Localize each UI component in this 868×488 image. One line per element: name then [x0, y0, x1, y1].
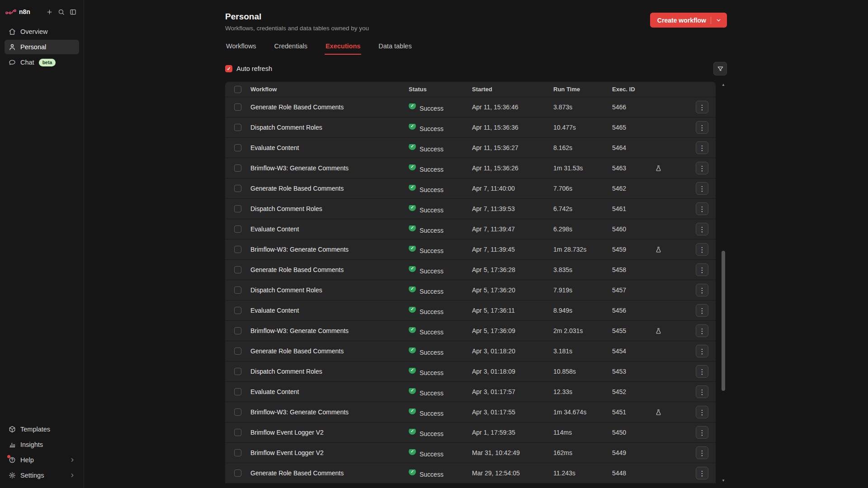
row-checkbox[interactable] [234, 185, 241, 192]
row-menu-button[interactable]: ⋮ [696, 243, 708, 256]
scroll-up-arrow[interactable]: ▲ [721, 83, 726, 87]
main-area: Personal Workflows, credentials and data… [84, 0, 868, 488]
table-row[interactable]: Generate Role Based Comments Success Apr… [225, 178, 716, 199]
chevron-down-icon[interactable] [716, 17, 722, 23]
page-title: Personal [225, 12, 369, 22]
row-menu-button[interactable]: ⋮ [696, 365, 708, 378]
row-checkbox[interactable] [234, 449, 241, 456]
table-scrollbar[interactable]: ▲ ▼ [721, 83, 726, 483]
row-checkbox[interactable] [234, 164, 241, 172]
row-checkbox[interactable] [234, 286, 241, 294]
table-row[interactable]: Evaluate Content Success Apr 5, 17:36:11… [225, 300, 716, 321]
row-checkbox[interactable] [234, 408, 241, 416]
table-row[interactable]: Brimflow-W3: Generate Comments Success A… [225, 239, 716, 260]
table-row[interactable]: Dispatch Comment Roles Success Apr 5, 17… [225, 280, 716, 300]
table-row[interactable]: Dispatch Comment Roles Success Apr 7, 11… [225, 199, 716, 219]
sidebar-item-settings[interactable]: Settings [5, 468, 79, 483]
row-menu-button[interactable]: ⋮ [696, 223, 708, 235]
column-header-exec-id: Exec. ID [612, 86, 655, 93]
row-menu-button[interactable]: ⋮ [696, 263, 708, 276]
row-menu-button[interactable]: ⋮ [696, 101, 708, 113]
runtime-value: 11.243s [553, 469, 612, 477]
row-checkbox[interactable] [234, 327, 241, 334]
sidebar-item-label: Settings [20, 472, 44, 479]
row-checkbox[interactable] [234, 307, 241, 314]
exec-id-value: 5452 [612, 388, 655, 395]
success-check-icon [409, 368, 416, 374]
runtime-value: 1m 31.53s [553, 164, 612, 172]
select-all-checkbox[interactable] [234, 86, 241, 93]
row-menu-button[interactable]: ⋮ [696, 162, 708, 174]
sidebar: n8n Overview [0, 0, 84, 488]
table-row[interactable]: Generate Role Based Comments Success Apr… [225, 260, 716, 280]
table-row[interactable]: Brimflow-W3: Generate Comments Success A… [225, 402, 716, 422]
row-checkbox[interactable] [234, 388, 241, 395]
table-row[interactable]: Brimflow Event Logger V2 Success Mar 31,… [225, 443, 716, 463]
table-row[interactable]: Evaluate Content Success Apr 7, 11:39:47… [225, 219, 716, 239]
table-row[interactable]: Generate Role Based Comments Success Apr… [225, 341, 716, 361]
scrollbar-thumb[interactable] [722, 251, 725, 391]
row-checkbox[interactable] [234, 103, 241, 111]
auto-refresh-checkbox[interactable] [225, 65, 232, 72]
row-menu-button[interactable]: ⋮ [696, 284, 708, 296]
table-row[interactable]: Dispatch Comment Roles Success Apr 11, 1… [225, 117, 716, 138]
table-row[interactable]: Evaluate Content Success Apr 11, 15:36:2… [225, 138, 716, 158]
row-checkbox[interactable] [234, 124, 241, 131]
row-menu-button[interactable]: ⋮ [696, 324, 708, 337]
row-checkbox[interactable] [234, 246, 241, 253]
row-checkbox[interactable] [234, 469, 241, 477]
row-menu-button[interactable]: ⋮ [696, 304, 708, 317]
app-root: n8n Overview [0, 0, 868, 488]
table-row[interactable]: Brimflow-W3: Generate Comments Success A… [225, 158, 716, 178]
started-value: Apr 11, 15:36:26 [472, 164, 553, 172]
row-menu-button[interactable]: ⋮ [696, 406, 708, 418]
row-checkbox[interactable] [234, 144, 241, 151]
sidebar-item-chat[interactable]: Chat beta [5, 55, 79, 70]
row-menu-button[interactable]: ⋮ [696, 202, 708, 215]
table-row[interactable]: Generate Role Based Comments Success Apr… [225, 97, 716, 117]
new-workflow-button[interactable] [44, 6, 55, 17]
row-menu-button[interactable]: ⋮ [696, 141, 708, 154]
row-menu-button[interactable]: ⋮ [696, 182, 708, 195]
row-checkbox[interactable] [234, 266, 241, 273]
row-menu-button[interactable]: ⋮ [696, 121, 708, 134]
table-row[interactable]: Evaluate Content Success Apr 3, 01:17:57… [225, 382, 716, 402]
row-checkbox[interactable] [234, 429, 241, 436]
create-workflow-button[interactable]: Create workflow [650, 13, 727, 28]
tab-workflows[interactable]: Workflows [225, 39, 257, 55]
status-label: Success [420, 166, 443, 172]
home-icon [9, 28, 16, 35]
sidebar-item-overview[interactable]: Overview [5, 24, 79, 39]
sidebar-item-insights[interactable]: Insights [5, 437, 79, 452]
sidebar-item-templates[interactable]: Templates [5, 422, 79, 436]
exec-id-value: 5463 [612, 164, 655, 172]
filter-button[interactable] [713, 62, 727, 75]
row-menu-button[interactable]: ⋮ [696, 345, 708, 357]
row-checkbox[interactable] [234, 225, 241, 233]
auto-refresh-toggle[interactable]: Auto refresh [225, 65, 272, 72]
row-checkbox[interactable] [234, 368, 241, 375]
success-check-icon [409, 246, 416, 252]
table-row[interactable]: Brimflow Event Logger V2 Success Apr 1, … [225, 422, 716, 443]
row-menu-button[interactable]: ⋮ [696, 426, 708, 439]
sidebar-toggle-button[interactable] [67, 6, 78, 17]
table-row[interactable]: Brimflow-W3: Generate Comments Success A… [225, 321, 716, 341]
n8n-logo[interactable]: n8n [5, 8, 30, 15]
row-checkbox[interactable] [234, 347, 241, 355]
row-menu-button[interactable]: ⋮ [696, 467, 708, 479]
success-check-icon [409, 144, 416, 150]
table-row[interactable]: Generate Role Based Comments Success Mar… [225, 463, 716, 483]
search-button[interactable] [56, 6, 66, 17]
row-checkbox[interactable] [234, 205, 241, 212]
row-menu-button[interactable]: ⋮ [696, 385, 708, 398]
row-menu-button[interactable]: ⋮ [696, 446, 708, 459]
sidebar-item-help[interactable]: Help [5, 453, 79, 467]
tab-executions[interactable]: Executions [325, 39, 361, 55]
tab-data-tables[interactable]: Data tables [377, 39, 412, 55]
bar-chart-icon [9, 441, 16, 448]
scroll-down-arrow[interactable]: ▼ [721, 479, 726, 483]
sidebar-item-personal[interactable]: Personal [5, 40, 79, 54]
table-row[interactable]: Dispatch Comment Roles Success Apr 3, 01… [225, 361, 716, 382]
tab-credentials[interactable]: Credentials [274, 39, 308, 55]
sidebar-item-label: Overview [20, 28, 47, 35]
